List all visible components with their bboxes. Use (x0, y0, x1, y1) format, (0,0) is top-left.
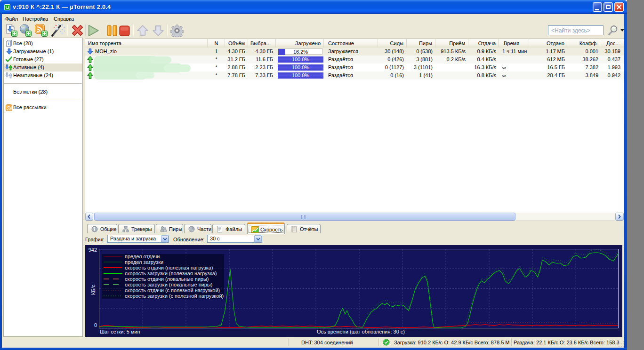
svg-text:Шаг сетки: 5 мин: Шаг сетки: 5 мин (100, 329, 140, 334)
svg-text:скорость загрузки (с полезной: скорость загрузки (с полезной нагрузкой) (125, 293, 224, 299)
svg-text:скорость загрузки (полезная на: скорость загрузки (полезная нагрузка) (125, 270, 217, 276)
svg-text:предел загрузки: предел загрузки (125, 259, 163, 265)
svg-text:скорость загрузки (локальные п: скорость загрузки (локальные пиры) (125, 282, 212, 287)
svg-text:предел отдачи: предел отдачи (125, 254, 160, 259)
svg-text:скорость отдачи (локальные пир: скорость отдачи (локальные пиры) (125, 276, 209, 282)
svg-text:0: 0 (94, 322, 97, 328)
svg-text:скорость отдачи (полезная нагр: скорость отдачи (полезная нагрузка) (125, 265, 213, 270)
svg-text:КБ/с: КБ/с (90, 284, 96, 295)
svg-text:942: 942 (89, 247, 97, 253)
svg-text:Ось времени (шаг обновления: 3: Ось времени (шаг обновления: 30 с) (317, 329, 405, 334)
svg-text:скорость отдачи (с полезной на: скорость отдачи (с полезной нагрузкой) (125, 287, 220, 293)
